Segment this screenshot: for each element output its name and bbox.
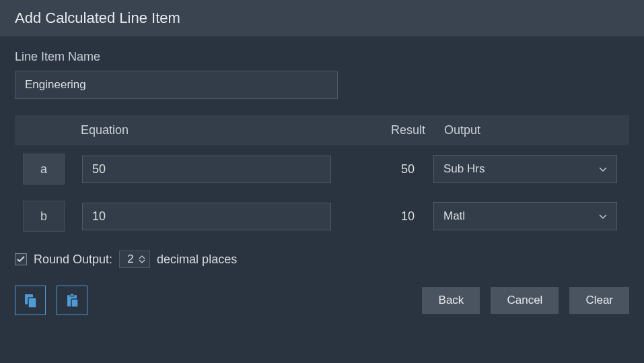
output-select-value: Matl: [443, 209, 465, 223]
paste-button[interactable]: [57, 286, 87, 315]
equation-table: Equation Result Output a 50 Sub Hrs b 10: [15, 115, 629, 240]
output-cell: Matl: [428, 202, 629, 230]
stepper-arrows: [139, 255, 145, 264]
copy-icon: [22, 292, 38, 308]
check-icon: [17, 256, 25, 263]
dialog-content: Line Item Name Equation Result Output a …: [0, 36, 644, 326]
result-cell: 50: [331, 162, 428, 176]
footer-row: Back Cancel Clear: [15, 286, 629, 315]
paste-icon: [64, 292, 80, 308]
back-button[interactable]: Back: [422, 287, 480, 314]
svg-rect-1: [28, 298, 36, 308]
table-header-row: Equation Result Output: [15, 115, 629, 145]
line-item-name-input[interactable]: [15, 71, 338, 99]
decimal-places-value: 2: [127, 253, 135, 266]
dialog-title: Add Calculated Line Item: [15, 9, 180, 26]
col-header-equation: Equation: [69, 123, 338, 137]
copy-button[interactable]: [15, 286, 46, 315]
col-header-output: Output: [439, 123, 629, 137]
variable-cell: b: [23, 201, 65, 232]
chevron-down-icon[interactable]: [139, 259, 145, 264]
svg-rect-4: [71, 299, 78, 307]
decimal-places-suffix: decimal places: [157, 253, 237, 267]
line-item-name-label: Line Item Name: [15, 50, 629, 64]
round-output-label: Round Output:: [34, 253, 112, 267]
cancel-button[interactable]: Cancel: [491, 287, 559, 314]
equation-input[interactable]: [82, 156, 331, 183]
chevron-down-icon: [599, 162, 607, 176]
chevron-up-icon[interactable]: [139, 255, 145, 259]
variable-cell: a: [23, 154, 65, 185]
clear-button[interactable]: Clear: [569, 287, 629, 314]
output-select[interactable]: Matl: [433, 202, 617, 230]
chevron-down-icon: [599, 209, 607, 223]
col-header-var: [15, 123, 69, 137]
result-cell: 10: [331, 209, 428, 224]
table-row: b 10 Matl: [15, 193, 629, 240]
round-output-checkbox[interactable]: [15, 253, 27, 265]
svg-rect-3: [70, 294, 74, 296]
dialog-header: Add Calculated Line Item: [0, 0, 644, 36]
output-cell: Sub Hrs: [428, 155, 629, 183]
equation-input[interactable]: [82, 203, 331, 230]
col-header-result: Result: [338, 123, 439, 137]
decimal-places-stepper[interactable]: 2: [119, 251, 150, 268]
table-row: a 50 Sub Hrs: [15, 145, 629, 193]
output-select[interactable]: Sub Hrs: [433, 155, 617, 183]
output-select-value: Sub Hrs: [443, 162, 485, 176]
round-output-row: Round Output: 2 decimal places: [15, 251, 629, 268]
